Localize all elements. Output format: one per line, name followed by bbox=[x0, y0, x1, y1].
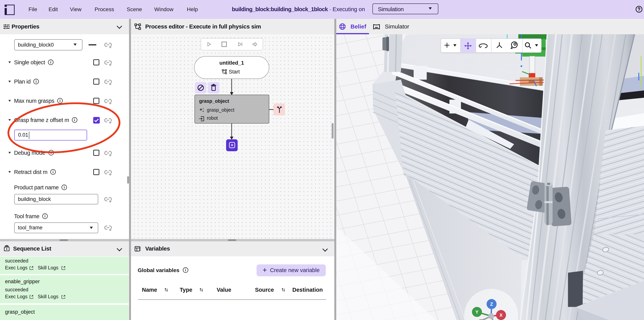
svg-text:Z: Z bbox=[490, 301, 493, 307]
svg-text:Y: Y bbox=[475, 309, 478, 315]
svg-text:X: X bbox=[499, 312, 502, 318]
